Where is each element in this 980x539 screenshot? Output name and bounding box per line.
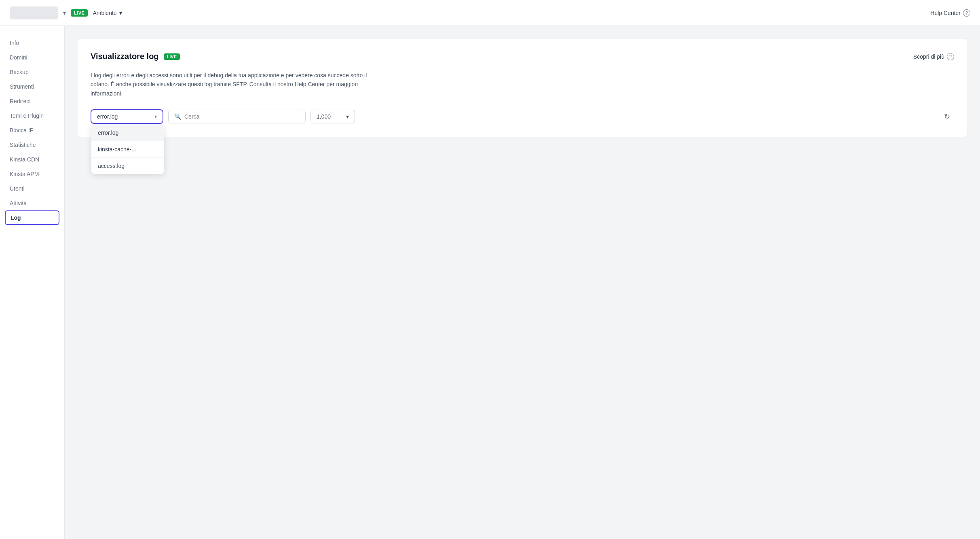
log-file-dropdown: error.log kinsta-cache-... access.log [91, 125, 164, 174]
ambiente-button[interactable]: Ambiente ▾ [93, 10, 122, 16]
sidebar-item-info[interactable]: Info [0, 36, 64, 50]
sidebar-item-strumenti[interactable]: Strumenti [0, 79, 64, 94]
sidebar-item-temi-e-plugin[interactable]: Temi e Plugin [0, 108, 64, 123]
sidebar-item-backup[interactable]: Backup [0, 65, 64, 79]
controls-row: error.log ▾ error.log kinsta-cache-... a… [91, 109, 954, 124]
header: ▾ LIVE Ambiente ▾ Help Center ? [0, 0, 980, 26]
search-icon: 🔍 [174, 113, 181, 120]
sidebar-item-kinsta-apm[interactable]: Kinsta APM [0, 167, 64, 181]
search-box: 🔍 [168, 110, 306, 123]
logo [10, 6, 58, 19]
sidebar-item-redirect[interactable]: Redirect [0, 94, 64, 108]
content-card: Visualizzatore log LIVE Scopri di più ? … [78, 39, 967, 137]
ambiente-chevron-icon: ▾ [119, 10, 122, 16]
header-left: ▾ LIVE Ambiente ▾ [10, 6, 122, 19]
card-title-group: Visualizzatore log LIVE [91, 52, 180, 61]
dropdown-item-access-log[interactable]: access.log [91, 158, 164, 174]
sidebar-item-statistiche[interactable]: Statistiche [0, 138, 64, 152]
sidebar-item-log[interactable]: Log [5, 210, 59, 225]
count-select[interactable]: 1,000 ▾ [310, 110, 355, 123]
dropdown-item-kinsta-cache[interactable]: kinsta-cache-... [91, 141, 164, 157]
help-icon: ? [963, 9, 970, 17]
ambiente-label: Ambiente [93, 10, 116, 16]
sidebar-item-attivita[interactable]: Attività [0, 196, 64, 210]
scopri-label: Scopri di più [913, 53, 944, 60]
dropdown-item-error-log[interactable]: error.log [91, 125, 164, 141]
header-chevron-icon[interactable]: ▾ [63, 10, 66, 16]
log-file-select[interactable]: error.log ▾ error.log kinsta-cache-... a… [91, 109, 163, 124]
header-live-badge: LIVE [71, 9, 88, 17]
sidebar-item-kinsta-cdn[interactable]: Kinsta CDN [0, 152, 64, 167]
help-center-button[interactable]: Help Center ? [930, 9, 970, 17]
layout: Info Domini Backup Strumenti Redirect Te… [0, 26, 980, 539]
count-chevron-icon: ▾ [346, 113, 349, 120]
help-center-label: Help Center [930, 10, 961, 16]
scopri-di-piu-button[interactable]: Scopri di più ? [913, 53, 954, 60]
count-selected-value: 1,000 [317, 113, 331, 120]
page-title: Visualizzatore log [91, 52, 159, 61]
main-content: Visualizzatore log LIVE Scopri di più ? … [65, 26, 980, 539]
search-input[interactable] [184, 113, 300, 120]
sidebar-item-utenti[interactable]: Utenti [0, 181, 64, 196]
refresh-button[interactable]: ↻ [940, 109, 954, 124]
sidebar-item-domini[interactable]: Domini [0, 50, 64, 65]
sidebar: Info Domini Backup Strumenti Redirect Te… [0, 26, 65, 539]
scopri-help-icon: ? [947, 53, 954, 60]
sidebar-item-blocca-ip[interactable]: Blocca IP [0, 123, 64, 138]
log-file-selected-value: error.log [97, 113, 118, 120]
card-live-badge: LIVE [164, 53, 180, 60]
card-header: Visualizzatore log LIVE Scopri di più ? [91, 52, 954, 61]
description-text: I log degli errori e degli accessi sono … [91, 71, 374, 98]
log-file-chevron-icon: ▾ [154, 114, 157, 119]
